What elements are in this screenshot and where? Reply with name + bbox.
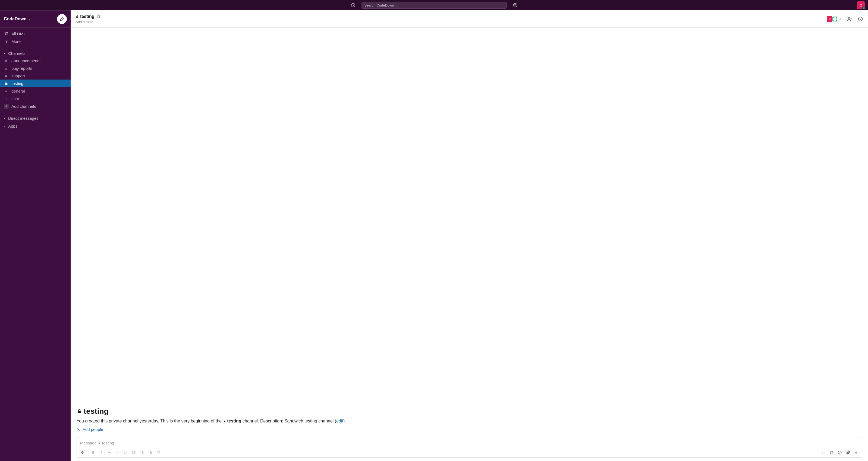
sidebar-item-all-dms[interactable]: All DMs — [0, 30, 71, 37]
add-people-row: Add people — [76, 427, 862, 432]
mention-icon[interactable] — [828, 449, 836, 456]
info-icon[interactable] — [858, 16, 863, 22]
lock-icon — [75, 15, 79, 19]
sidebar-item-label: All DMs — [11, 32, 26, 36]
svg-point-16 — [839, 452, 839, 452]
channel-title[interactable]: testing — [75, 14, 94, 19]
plus-icon: + — [4, 89, 9, 93]
svg-point-5 — [6, 42, 6, 43]
code-icon[interactable] — [114, 449, 122, 456]
channel-intro-title: testing — [76, 407, 862, 416]
channel-header-right: C 2 — [827, 16, 863, 22]
lock-icon — [98, 441, 101, 444]
toolbar-left — [79, 449, 162, 456]
channel-name: general — [11, 89, 25, 93]
sidebar-scroll: All DMs More Channels # announcements # … — [0, 28, 71, 461]
sidebar-item-more[interactable]: More — [0, 37, 71, 45]
sidebar-add-channels[interactable]: + Add channels — [0, 102, 71, 110]
svg-point-17 — [840, 452, 840, 452]
main: CodeDown All DMs More — [0, 10, 868, 461]
edit-description-link[interactable]: edit — [336, 419, 343, 423]
topbar-center: Search CodeDown — [349, 2, 519, 9]
strikethrough-icon[interactable] — [105, 449, 114, 456]
shortcut-icon[interactable] — [79, 449, 87, 456]
send-icon[interactable] — [852, 449, 860, 456]
channel-title-wrap: testing Add a topic — [75, 14, 101, 24]
topbar-right: C — [857, 0, 865, 10]
blockquote-icon[interactable] — [146, 449, 154, 456]
attach-icon[interactable] — [844, 449, 852, 456]
avatar-letter: C — [829, 18, 831, 21]
channel-intro-title-text: testing — [84, 407, 108, 416]
user-avatar[interactable]: C — [857, 1, 865, 9]
hash-icon: # — [4, 66, 9, 71]
format-toggle-icon[interactable]: Aa — [819, 449, 828, 456]
sidebar-channel-support[interactable]: # support — [0, 72, 71, 79]
svg-point-4 — [6, 41, 6, 41]
lock-icon — [4, 81, 9, 86]
composer-placeholder-channel: testing — [102, 441, 114, 445]
sidebar-channel-chat[interactable]: + chat — [0, 95, 71, 102]
sidebar-item-label: More — [11, 39, 21, 44]
sidebar-channel-testing[interactable]: testing — [0, 79, 71, 87]
add-person-icon[interactable] — [847, 16, 852, 22]
help-icon[interactable] — [512, 2, 519, 9]
channel-body: testing You created this private channel… — [71, 28, 868, 461]
separator — [88, 450, 88, 455]
emoji-icon[interactable] — [836, 449, 844, 456]
bold-icon[interactable] — [89, 449, 97, 456]
star-icon[interactable] — [96, 14, 101, 19]
italic-icon[interactable] — [97, 449, 105, 456]
channel-title-row: testing — [75, 14, 101, 19]
member-avatar — [832, 16, 838, 22]
channels-section-header[interactable]: Channels — [0, 49, 71, 57]
intro-channel-name: testing — [227, 419, 241, 423]
link-icon[interactable] — [122, 449, 130, 456]
dm-section-header[interactable]: Direct messages — [0, 114, 71, 122]
sidebar-channel-announcements[interactable]: # announcements — [0, 57, 71, 64]
sidebar-channel-general[interactable]: + general — [0, 87, 71, 95]
intro-post: ) — [343, 419, 345, 423]
intro-pre: You created this private channel yesterd… — [76, 419, 223, 423]
svg-point-9 — [78, 428, 79, 429]
plus-icon: + — [4, 96, 9, 101]
channel-name: support — [11, 73, 25, 78]
hash-icon: # — [4, 73, 9, 78]
hash-icon: # — [4, 58, 9, 63]
code-block-icon[interactable] — [154, 449, 162, 456]
member-count[interactable]: C 2 — [827, 16, 841, 22]
presence-dot-icon — [862, 6, 865, 9]
workspace-switcher[interactable]: CodeDown — [0, 10, 71, 28]
workspace-name: CodeDown — [4, 17, 32, 22]
search-placeholder: Search CodeDown — [365, 3, 394, 7]
history-icon[interactable] — [349, 2, 356, 9]
bullet-list-icon[interactable] — [138, 449, 146, 456]
sidebar: CodeDown All DMs More — [0, 10, 71, 461]
lock-icon — [76, 408, 82, 414]
channel-topic[interactable]: Add a topic — [75, 20, 101, 24]
workspace-name-text: CodeDown — [4, 17, 27, 22]
toolbar-right: Aa — [819, 449, 860, 456]
apps-section-header[interactable]: Apps — [0, 122, 71, 130]
add-people-button[interactable]: Add people — [76, 427, 103, 432]
section-label: Channels — [8, 51, 25, 56]
search-input[interactable]: Search CodeDown — [362, 2, 507, 9]
chevron-down-icon — [28, 17, 32, 21]
channel-intro-text: You created this private channel yesterd… — [76, 418, 862, 424]
channel-intro: testing You created this private channel… — [76, 407, 862, 432]
section-label: Apps — [8, 124, 18, 128]
ordered-list-icon[interactable] — [130, 449, 138, 456]
dm-icon — [4, 32, 9, 36]
message-input[interactable]: Message testing — [77, 437, 862, 448]
channel-name: testing — [11, 81, 23, 86]
channel-title-text: testing — [80, 14, 94, 19]
svg-point-6 — [848, 17, 850, 19]
avatar-letter: C — [860, 3, 862, 7]
sidebar-channel-bug-reports[interactable]: # bug-reports — [0, 64, 71, 72]
compose-button[interactable] — [57, 14, 67, 24]
channel-name: announcements — [11, 58, 40, 63]
channel-view: testing Add a topic C 2 — [71, 10, 868, 461]
more-icon — [4, 39, 9, 43]
svg-rect-13 — [157, 451, 160, 454]
plus-box-icon: + — [4, 104, 9, 108]
